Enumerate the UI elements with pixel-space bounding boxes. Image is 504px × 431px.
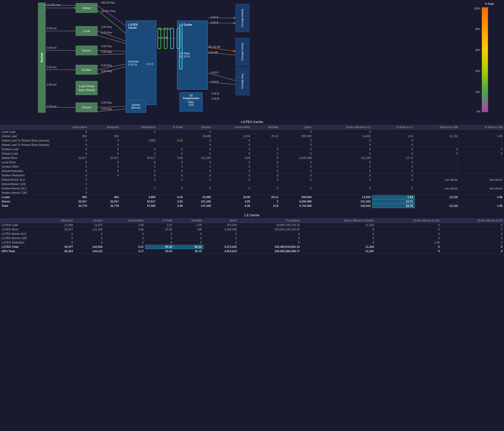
row-requests (88, 178, 120, 182)
table-row: Surface Store 0 0 0 0 0 0 0 0 0 0 - - (0, 165, 504, 169)
row-pct-peak: 3.36 (157, 204, 184, 208)
row-sectors-rec: 16.56 (212, 134, 252, 138)
row-name: L1/TEX Reduction (0, 240, 41, 245)
row-requests: 0 (88, 138, 120, 143)
row-sectors-rec: 0 (104, 240, 145, 245)
label-0b-l2-1: 0.00 B (212, 92, 219, 95)
row-pct-peak-sm: 0 (459, 147, 504, 151)
row-sectors-rec (212, 182, 252, 186)
col-name (0, 125, 51, 130)
row-sectors: 0 (74, 232, 104, 236)
col-wavefronts: Wavefronts (120, 125, 157, 130)
row-returns-sm: 12,132 (414, 134, 459, 138)
svg-line-14 (97, 106, 126, 107)
row-pct-peak-sm (459, 130, 504, 134)
row-returns-sm: see above (414, 178, 459, 182)
row-bytes: 0 (280, 147, 313, 151)
row-sectors: 0 (184, 169, 212, 173)
label-0-inst-lgss: 0.00 Inst (47, 83, 56, 86)
row-misses-device: 0 (301, 240, 376, 245)
row-wavefronts: 0 (120, 130, 157, 134)
col-pct-peak: % Peak (157, 125, 184, 130)
row-pct-peak: 0 (157, 173, 184, 178)
row-wavefronts: 0 (120, 165, 157, 169)
l2-col-sectors-rec: Sectors/Rec (104, 218, 145, 223)
label-0-req-texture2: 0.00 Req (101, 50, 112, 53)
row-wavefronts: 37,682 (120, 204, 157, 208)
peak-label-0: 0% (477, 110, 480, 113)
label-3282k-req: 32.82 K Req (101, 10, 116, 13)
row-pct-peak: 0 (157, 178, 184, 182)
row-hit-rate: 0 (252, 156, 280, 160)
l2-col-misses-device: Sector Misses to Device (301, 218, 376, 223)
row-misses-sys: 0 (375, 227, 441, 232)
table-row: L1/TEX Atomic CAS 0 0 0 0 0 0 0 0 0 0 (0, 236, 504, 240)
row-hit-rate: 0 (252, 199, 280, 204)
row-instructions: 0 (51, 151, 88, 156)
summary-row: Stores 32,817 32,817 32,817 2.93 131,265… (0, 199, 504, 204)
row-pct-peak-l2: 0 (372, 143, 415, 147)
row-sectors-rec: 4.00 (212, 199, 252, 204)
row-hit-rate (252, 130, 280, 134)
row-name: Global Atomic CAS (0, 182, 51, 186)
peak-label-40: 40% (475, 70, 480, 73)
row-sectors: 15,985 (184, 134, 212, 138)
row-pct-peak-l2: 0 (372, 165, 415, 169)
l2-section-title: L2 Cache (0, 211, 504, 218)
row-misses-device: 11,264 (301, 245, 376, 249)
row-pct-peak-l2: 1.04 (372, 195, 415, 199)
row-hit-rate: - (252, 143, 280, 147)
row-pct-peak-sm: see above (459, 178, 504, 182)
row-pct-peak-sm: - (459, 199, 504, 204)
label-364kb: 364.41 KB (158, 28, 170, 30)
label-0b-l2-2: 0.00 B (212, 97, 219, 100)
row-requests: 962 (88, 134, 120, 138)
row-sectors-rec: 3.21 (104, 245, 145, 249)
row-hit-rate (252, 191, 280, 195)
row-misses-device: 0 (301, 232, 376, 236)
row-sectors-rec: 0 (212, 186, 252, 191)
shared-memory-label: SharedMemory (131, 104, 141, 109)
surface-mem-box: Surface (76, 65, 97, 75)
row-hit-rate: 29.12 (252, 195, 280, 199)
label-0-inst-surface: 0.00 Inst (47, 66, 56, 69)
row-sector-misses: 0 (313, 165, 372, 169)
row-throughput: 19,884,156,729.13 (239, 223, 301, 227)
row-misses-device: 0 (301, 227, 376, 232)
row-pct-peak-sm: 1.08 (459, 204, 504, 208)
shared-mem-box-left: Shared (76, 102, 97, 112)
l2-title: L2 Cache (180, 23, 205, 26)
label-0b-sys2: 0.00 B (211, 21, 218, 24)
l2-cache-box: L2 Cache Hit Rate: 92.18 % (177, 20, 208, 90)
row-returns-sm: 0 (414, 151, 459, 156)
row-pct-peak-l2 (372, 130, 415, 134)
row-misses-pe: 0 (441, 232, 504, 236)
row-name: L1/TEX Atomic CAS (0, 236, 41, 240)
kernel-bar: Kernel (38, 3, 46, 113)
load-global-store-shared-label: Load GlobalStore Shared (78, 84, 95, 92)
label-0-inst-shared: 0.00 Inst (47, 105, 56, 108)
texture-label: Texture (82, 49, 91, 52)
row-pct-peak-sm: - (459, 138, 504, 143)
row-sectors: 144,141 (74, 249, 104, 253)
row-requests: 0 (88, 160, 120, 165)
row-wavefronts: 0 (120, 147, 157, 151)
row-sector-misses: 0 (313, 186, 372, 191)
row-sector-misses: 0 (313, 147, 372, 151)
row-name: Surface Load (0, 147, 51, 151)
row-pct-peak-sm: - (459, 169, 504, 173)
row-sector-misses: 131,265 (313, 199, 372, 204)
row-pct-peak: 0 (157, 147, 184, 151)
row-name: Global Load (0, 134, 51, 138)
row-misses-sys: 0 (375, 232, 441, 236)
row-pct-peak: 25.33 (145, 245, 174, 249)
row-pct-peak-l2: 12.75 (372, 204, 415, 208)
row-requests: 962 (88, 195, 120, 199)
row-sector-misses: 0 (313, 143, 372, 147)
l2-compression-title: L2Compression (181, 94, 201, 100)
row-returns-sm (414, 182, 459, 186)
row-bytes: 0 (280, 165, 313, 169)
row-pct-peak-sm: - (459, 173, 504, 178)
row-misses-sys: 1.00 (375, 240, 441, 245)
row-requests (88, 182, 120, 186)
